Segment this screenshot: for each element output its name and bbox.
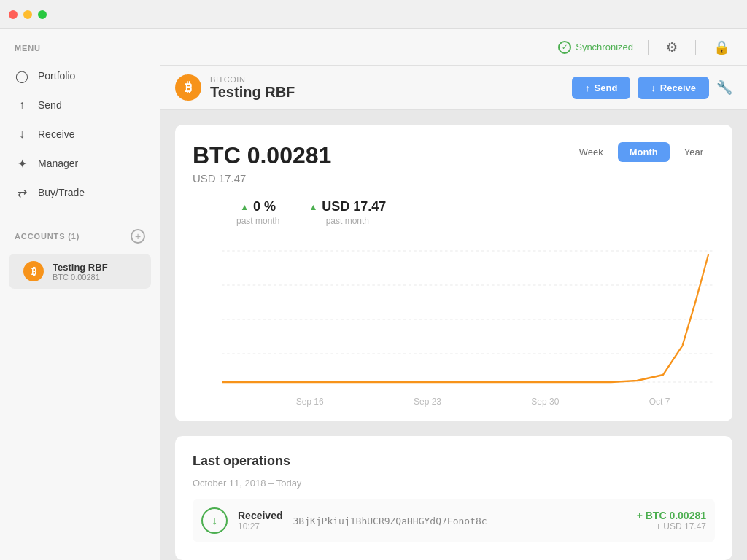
receive-icon: ↓ xyxy=(15,127,29,141)
send-icon: ↑ xyxy=(15,98,29,112)
balance-info: BTC 0.00281 USD 17.47 xyxy=(193,142,331,184)
wallet-name: Testing RBF xyxy=(210,84,295,101)
main-content: ✓ Synchronized ⚙ 🔒 ₿ BITCOIN Testing RBF xyxy=(160,29,747,560)
sync-label: Synchronized xyxy=(576,42,633,52)
op-time: 10:27 xyxy=(238,521,282,532)
operation-item: ↓ Received 10:27 3BjKjPkiuj1BhUCR9ZQaHHG… xyxy=(193,499,715,542)
sidebar: MENU ◯ Portfolio ↑ Send ↓ Receive ✦ Mana… xyxy=(0,29,160,560)
sidebar-item-portfolio[interactable]: ◯ Portfolio xyxy=(0,61,160,90)
balance-amount: BTC 0.00281 xyxy=(193,142,331,169)
divider xyxy=(648,40,649,55)
x-label-sep30: Sep 30 xyxy=(531,397,559,407)
stat-usd-label: past month xyxy=(309,216,386,226)
sidebar-item-receive[interactable]: ↓ Receive xyxy=(0,120,160,149)
sidebar-item-label: Receive xyxy=(38,128,75,140)
sync-status: ✓ Synchronized xyxy=(558,41,633,54)
buy-trade-icon: ⇄ xyxy=(15,185,29,200)
sidebar-item-manager[interactable]: ✦ Manager xyxy=(0,149,160,178)
crypto-type: BITCOIN xyxy=(210,75,295,84)
accounts-header: ACCOUNTS (1) + xyxy=(0,214,160,251)
header-status: ✓ Synchronized ⚙ 🔒 xyxy=(558,36,732,58)
balance-usd: USD 17.47 xyxy=(193,172,331,184)
week-button[interactable]: Week xyxy=(568,142,615,162)
operations-title: Last operations xyxy=(193,454,715,469)
sidebar-item-label: Send xyxy=(38,99,62,111)
stat-percent-label: past month xyxy=(236,216,279,226)
op-btc: + BTC 0.00281 xyxy=(637,510,706,521)
account-info: Testing RBF BTC 0.00281 xyxy=(53,262,108,281)
send-arrow-icon: ↑ xyxy=(585,82,590,93)
title-bar xyxy=(0,0,747,29)
stats-row: ▲ 0 % past month ▲ USD 17.47 past month xyxy=(193,199,715,226)
wallet-name-area: BITCOIN Testing RBF xyxy=(210,75,295,101)
stat-usd: ▲ USD 17.47 past month xyxy=(309,199,386,226)
month-button[interactable]: Month xyxy=(618,142,670,162)
header-bar: ✓ Synchronized ⚙ 🔒 xyxy=(160,29,747,66)
sidebar-item-send[interactable]: ↑ Send xyxy=(0,90,160,120)
sidebar-item-label: Portfolio xyxy=(38,70,75,82)
manager-icon: ✦ xyxy=(15,156,29,171)
op-address: 3BjKjPkiuj1BhUCR9ZQaHHGYdQ7Fonot8c xyxy=(293,516,626,526)
stat-percent-value: ▲ 0 % xyxy=(236,199,279,214)
op-usd: + USD 17.47 xyxy=(637,521,706,532)
stat-usd-value: ▲ USD 17.47 xyxy=(309,199,386,214)
account-balance: BTC 0.00281 xyxy=(53,273,108,281)
received-icon: ↓ xyxy=(201,508,228,534)
portfolio-icon: ◯ xyxy=(15,69,29,83)
chart-x-labels: Sep 16 Sep 23 Sep 30 Oct 7 xyxy=(222,397,715,407)
maximize-button[interactable] xyxy=(38,10,47,19)
wrench-icon[interactable]: 🔧 xyxy=(716,79,732,96)
account-name: Testing RBF xyxy=(53,262,108,273)
sync-icon: ✓ xyxy=(558,41,571,54)
settings-button[interactable]: ⚙ xyxy=(663,36,681,58)
btc-logo: ₿ xyxy=(175,74,201,101)
lock-button[interactable]: 🔒 xyxy=(711,36,732,58)
receive-arrow-icon: ↓ xyxy=(651,82,656,93)
divider xyxy=(695,40,696,55)
year-button[interactable]: Year xyxy=(673,142,715,162)
send-button[interactable]: ↑ Send xyxy=(572,77,630,99)
operations-section: Last operations October 11, 2018 – Today… xyxy=(175,436,732,560)
content-area: BTC 0.00281 USD 17.47 Week Month Year ▲ xyxy=(160,110,747,560)
chart-svg: 15 10 5 0 xyxy=(222,244,715,389)
operations-date: October 11, 2018 – Today xyxy=(193,478,715,489)
up-arrow-icon-2: ▲ xyxy=(309,202,317,212)
balance-top: BTC 0.00281 USD 17.47 Week Month Year xyxy=(193,142,715,184)
accounts-label: ACCOUNTS (1) xyxy=(15,232,80,241)
op-info: Received 10:27 xyxy=(238,510,282,532)
account-icon: ₿ xyxy=(23,261,44,281)
up-arrow-icon: ▲ xyxy=(240,202,249,212)
op-amount: + BTC 0.00281 + USD 17.47 xyxy=(637,510,706,532)
x-label-oct7: Oct 7 xyxy=(649,397,670,407)
wallet-actions: ↑ Send ↓ Receive 🔧 xyxy=(572,77,732,99)
sidebar-item-label: Manager xyxy=(38,158,78,169)
op-type: Received xyxy=(238,510,282,521)
menu-label: MENU xyxy=(0,44,160,61)
receive-button[interactable]: ↓ Receive xyxy=(638,77,709,99)
x-label-sep16: Sep 16 xyxy=(296,397,324,407)
wallet-header: ₿ BITCOIN Testing RBF ↑ Send ↓ Receive 🔧 xyxy=(160,66,747,110)
stat-percent: ▲ 0 % past month xyxy=(236,199,279,226)
close-button[interactable] xyxy=(9,10,18,19)
x-label-sep23: Sep 23 xyxy=(414,397,441,407)
balance-card: BTC 0.00281 USD 17.47 Week Month Year ▲ xyxy=(175,125,732,421)
minimize-button[interactable] xyxy=(23,10,32,19)
add-account-button[interactable]: + xyxy=(131,229,145,244)
app-container: MENU ◯ Portfolio ↑ Send ↓ Receive ✦ Mana… xyxy=(0,29,747,560)
wallet-title-area: ₿ BITCOIN Testing RBF xyxy=(175,74,295,101)
sidebar-item-buy-trade[interactable]: ⇄ Buy/Trade xyxy=(0,178,160,207)
account-item[interactable]: ₿ Testing RBF BTC 0.00281 xyxy=(9,254,151,289)
sidebar-item-label: Buy/Trade xyxy=(38,187,85,198)
time-selector: Week Month Year xyxy=(568,142,715,162)
chart-container: 15 10 5 0 Sep 16 Sep 23 Sep 30 Oct 7 xyxy=(193,244,715,404)
